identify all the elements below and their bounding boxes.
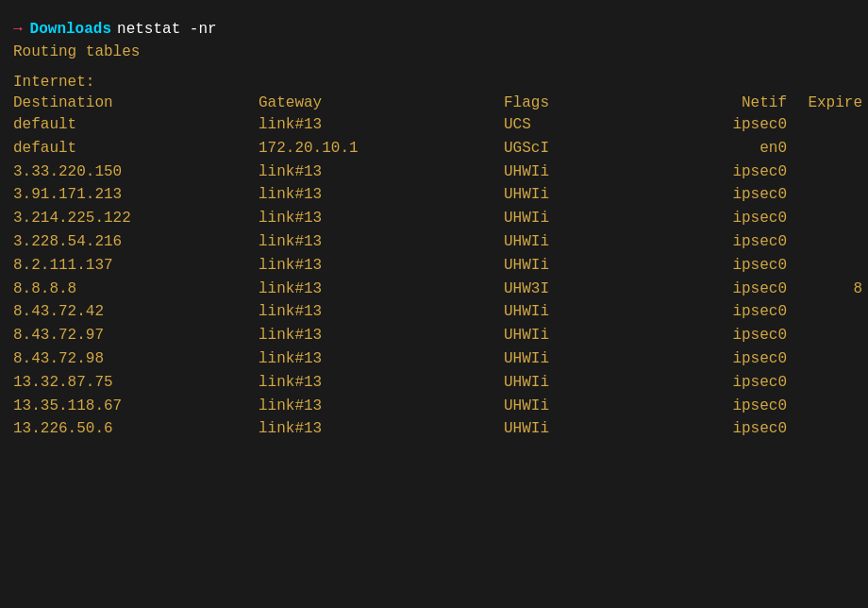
expire [787,113,862,137]
routing-title: Routing tables [13,43,855,60]
header-expire: Expire [787,94,862,111]
destination: 3.33.220.150 [13,160,259,184]
flags: UHW3I [504,278,655,301]
table-row: 3.214.225.122link#13UHWIiipsec0 [13,207,855,230]
table-row: 8.2.111.137link#13UHWIiipsec0 [13,254,855,278]
table-row: 13.35.118.67link#13UHWIiipsec0 [13,395,855,418]
destination: 3.214.225.122 [13,207,259,230]
prompt-line: → Downloads netstat -nr [13,21,855,38]
gateway: link#13 [259,347,504,371]
table-row: default172.20.10.1UGScIen0 [13,137,855,160]
expire [787,137,862,160]
prompt-arrow: → [13,21,23,38]
flags: UHWIi [504,254,655,278]
expire [787,207,862,230]
flags: UHWIi [504,371,655,395]
gateway: link#13 [259,183,504,207]
flags: UHWIi [504,207,655,230]
gateway: link#13 [259,278,504,301]
header-netif: Netif [655,94,787,111]
table-row: 13.32.87.75link#13UHWIiipsec0 [13,371,855,395]
table-row: 3.91.171.213link#13UHWIiipsec0 [13,183,855,207]
flags: UHWIi [504,160,655,184]
netif: ipsec0 [655,207,787,230]
netif: ipsec0 [655,371,787,395]
netif: ipsec0 [655,254,787,278]
netif: ipsec0 [655,278,787,301]
prompt-dir: Downloads [30,21,111,38]
flags: UGScI [504,137,655,160]
gateway: 172.20.10.1 [259,137,504,160]
table-header: Destination Gateway Flags Netif Expire [13,94,855,111]
expire [787,160,862,184]
netif: en0 [655,137,787,160]
table-row: 8.43.72.97link#13UHWIiipsec0 [13,324,855,347]
flags: UHWIi [504,324,655,347]
gateway: link#13 [259,254,504,278]
destination: 13.32.87.75 [13,371,259,395]
netif: ipsec0 [655,183,787,207]
destination: 3.91.171.213 [13,183,259,207]
flags: UHWIi [504,395,655,418]
prompt-command: netstat -nr [117,21,217,38]
destination: default [13,137,259,160]
table-row: 13.226.50.6link#13UHWIiipsec0 [13,417,855,441]
expire [787,324,862,347]
flags: UCS [504,113,655,137]
gateway: link#13 [259,207,504,230]
expire [787,347,862,371]
destination: 3.228.54.216 [13,230,259,254]
flags: UHWIi [504,230,655,254]
netif: ipsec0 [655,417,787,441]
expire: 8 [787,278,862,301]
gateway: link#13 [259,113,504,137]
expire [787,230,862,254]
table-row: 3.33.220.150link#13UHWIiipsec0 [13,160,855,184]
gateway: link#13 [259,417,504,441]
destination: 8.43.72.98 [13,347,259,371]
table-row: 3.228.54.216link#13UHWIiipsec0 [13,230,855,254]
header-gateway: Gateway [259,94,504,111]
destination: 8.43.72.97 [13,324,259,347]
table-row: 8.8.8.8link#13UHW3Iipsec08 [13,278,855,301]
netif: ipsec0 [655,113,787,137]
flags: UHWIi [504,183,655,207]
destination: 13.35.118.67 [13,395,259,418]
gateway: link#13 [259,324,504,347]
gateway: link#13 [259,371,504,395]
gateway: link#13 [259,230,504,254]
expire [787,371,862,395]
destination: 8.2.111.137 [13,254,259,278]
netif: ipsec0 [655,230,787,254]
netif: ipsec0 [655,324,787,347]
expire [787,254,862,278]
netif: ipsec0 [655,160,787,184]
table-row: defaultlink#13UCSipsec0 [13,113,855,137]
netif: ipsec0 [655,395,787,418]
expire [787,417,862,441]
flags: UHWIi [504,300,655,324]
flags: UHWIi [504,347,655,371]
section-header: Internet: [13,74,855,91]
gateway: link#13 [259,160,504,184]
gateway: link#13 [259,300,504,324]
gateway: link#13 [259,395,504,418]
netif: ipsec0 [655,300,787,324]
header-destination: Destination [13,94,259,111]
destination: default [13,113,259,137]
expire [787,183,862,207]
table-row: 8.43.72.98link#13UHWIiipsec0 [13,347,855,371]
destination: 8.43.72.42 [13,300,259,324]
expire [787,300,862,324]
expire [787,395,862,418]
table-row: 8.43.72.42link#13UHWIiipsec0 [13,300,855,324]
destination: 13.226.50.6 [13,417,259,441]
terminal-window: → Downloads netstat -nr Routing tables I… [8,11,860,608]
routing-table: defaultlink#13UCSipsec0default172.20.10.… [13,113,855,441]
header-flags: Flags [504,94,655,111]
destination: 8.8.8.8 [13,278,259,301]
netif: ipsec0 [655,347,787,371]
flags: UHWIi [504,417,655,441]
